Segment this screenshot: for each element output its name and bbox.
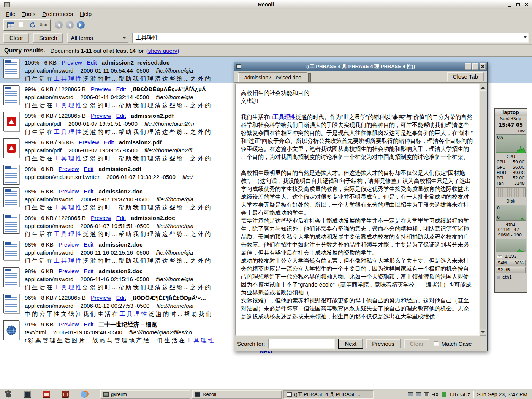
result-mime: application/msword (25, 249, 73, 256)
task-button[interactable]: ((工 PHRASE 4 具 PHRASE ... (283, 390, 374, 399)
result-url: file:///home/qia (157, 223, 194, 229)
search-mode-select[interactable]: All terms (67, 33, 128, 43)
gkrellm-hostname[interactable]: laptop (495, 109, 527, 116)
snippet-text: 们 生 活 在 (25, 231, 54, 237)
result-edit-link[interactable]: Edit (116, 112, 126, 119)
search-button[interactable]: Search (33, 33, 63, 43)
result-preview-link[interactable]: Preview (91, 215, 111, 221)
preview-text[interactable]: 高校招生的社会功能和目的文/钱江我们生活在□工具理性泛滥的时代。作为“世之显学”… (235, 84, 480, 336)
paw-launcher-icon[interactable] (5, 391, 12, 398)
result-preview-link[interactable]: Preview (59, 188, 79, 195)
menu-tools[interactable]: Tools (19, 10, 39, 18)
result-preview-link[interactable]: Preview (79, 139, 99, 146)
result-percent: 98% (25, 215, 36, 221)
keyboard-tray-icon[interactable] (424, 392, 429, 396)
find-clear-button[interactable]: Clear (404, 339, 430, 348)
firefox-icon[interactable] (81, 391, 88, 398)
preview-scrollbar[interactable] (480, 84, 486, 336)
result-date: 2006-11-16 02:15:16 -0500 (81, 249, 149, 256)
result-edit-link[interactable]: Edit (84, 166, 93, 172)
snippet-text: 们 生 活 在 (25, 75, 54, 82)
scrollbar-track[interactable] (480, 90, 486, 329)
display-tray-icon[interactable] (408, 392, 413, 396)
preview-maximize-icon[interactable] (472, 63, 478, 70)
sort-by-date-icon[interactable] (16, 20, 27, 30)
result-preview-link[interactable]: Preview (91, 112, 111, 119)
result-mime: application/msword (25, 276, 73, 282)
result-edit-link[interactable]: Edit (84, 241, 93, 248)
find-next-button[interactable]: Next (339, 339, 363, 348)
snippet-text: 泛 滥 的 时 ... 帮 助 我 们 理 清 这 些 纷 ... 之 外 的 (81, 128, 211, 135)
result-preview-link[interactable]: Preview (59, 321, 79, 328)
preview-minimize-icon[interactable] (465, 63, 471, 70)
result-edit-link[interactable]: Edit (116, 86, 126, 92)
table-view-icon[interactable] (5, 20, 16, 30)
task-button[interactable]: gkrellm (100, 390, 190, 399)
mail-icon[interactable] (497, 255, 502, 258)
file-type-icon (3, 138, 19, 158)
close-tab-button[interactable]: Close Tab (447, 72, 484, 81)
previous-page-icon[interactable] (65, 20, 75, 30)
search-history-dropdown-icon[interactable] (523, 36, 527, 40)
result-edit-link[interactable]: Edit (116, 294, 126, 301)
result-edit-link[interactable]: Edit (87, 59, 97, 66)
scrollbar-thumb[interactable] (480, 90, 486, 200)
result-edit-link[interactable]: Edit (84, 268, 93, 274)
result-snippet: 中 的 公 平 性 文 钱 江 我 们 生 活 在 工 具 理 性 泛 滥 的 … (25, 310, 212, 318)
task-button[interactable]: Recoll (192, 390, 282, 399)
sensor-value: 52.0C (513, 176, 525, 181)
volume-icon[interactable] (432, 391, 439, 397)
minimize-icon[interactable] (507, 2, 513, 8)
result-preview-link[interactable]: Preview (62, 59, 82, 66)
clear-button[interactable]: Clear (3, 33, 29, 43)
package-launcher-icon[interactable] (43, 391, 50, 398)
result-edit-link[interactable]: Edit (84, 188, 93, 195)
result-snippet: 们 生 活 在 工 具 理 性 泛 滥 的 时 ... 帮 助 我 们 理 清 … (25, 101, 211, 109)
snippet-text: 泛 滥 的 时 ... 帮 助 我 们 理 清 这 些 纷 ... 之 外 的 (81, 102, 211, 108)
scroll-up-icon[interactable] (480, 84, 486, 90)
preview-titlebar[interactable]: ((工 PHRASE 4 具 PHRASE 4 理 PHRASE 4 性)) (234, 62, 487, 71)
search-input[interactable] (132, 33, 529, 43)
result-edit-link[interactable]: Edit (104, 139, 114, 146)
titlebar[interactable]: Recoll (0, 0, 532, 9)
first-page-icon[interactable] (54, 20, 64, 30)
result-snippet: 们 生 活 在 工 具 理 性 泛 滥 的 时 ... 帮 助 我 们 理 清 … (25, 203, 211, 211)
match-case-checkbox[interactable] (434, 341, 439, 346)
result-edit-link[interactable]: Edit (116, 215, 126, 221)
result-date: 2006-01-19 05:09:48 -0500 (53, 329, 122, 336)
power-tray-icon[interactable] (442, 392, 446, 397)
find-previous-button[interactable]: Previous (366, 339, 400, 348)
term-explorer-icon[interactable]: ÂBC (38, 20, 49, 30)
next-page-icon[interactable] (76, 20, 86, 30)
result-edit-link[interactable]: Edit (84, 321, 93, 328)
close-icon[interactable] (523, 2, 529, 8)
maximize-icon[interactable] (515, 2, 521, 8)
terminal-launcher-icon[interactable] (24, 391, 31, 398)
result-mime: application/msword (25, 67, 73, 74)
tab-edge-decoration (308, 73, 311, 82)
menu-preferences[interactable]: Preferences (39, 10, 76, 18)
result-preview-link[interactable]: Preview (91, 294, 111, 301)
result-percent: 98% (25, 188, 36, 195)
menu-help[interactable]: Help (76, 10, 95, 18)
file-type-icon (3, 320, 19, 340)
result-preview-link[interactable]: Preview (59, 268, 79, 274)
display2-tray-icon[interactable] (416, 392, 421, 396)
task-label: gkrellm (111, 391, 127, 397)
show-query-link[interactable]: (show query) (146, 48, 179, 54)
sensor-row: HDD39.0C (495, 170, 527, 176)
result-url: file:///home/qian2/m (144, 120, 194, 127)
result-size: 6 KB / 1228865 B (41, 215, 86, 221)
find-input[interactable] (268, 339, 335, 349)
preview-tab[interactable]: admission2...evised.doc (238, 72, 307, 82)
editor-launcher-icon[interactable] (62, 391, 69, 398)
scroll-down-icon[interactable] (480, 329, 486, 336)
preview-close-icon[interactable] (480, 63, 486, 70)
result-preview-link[interactable]: Preview (59, 241, 79, 248)
refresh-icon[interactable] (27, 20, 38, 30)
text-run: 高校招生的社会功能和目的 (241, 90, 309, 96)
result-preview-link[interactable]: Preview (91, 86, 111, 92)
taskbar-clock[interactable]: Sun Sep 23, 3:47 PM (477, 391, 530, 397)
result-preview-link[interactable]: Preview (59, 166, 79, 172)
menu-file[interactable]: File (3, 10, 19, 18)
